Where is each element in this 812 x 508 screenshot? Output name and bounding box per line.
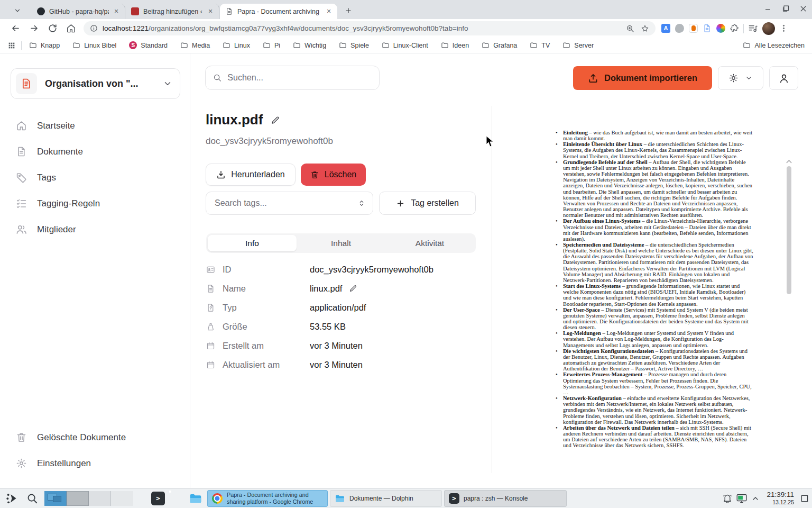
tab-inhalt[interactable]: Inhalt: [297, 235, 385, 251]
sidebar-item[interactable]: Gelöschte Dokumente: [16, 424, 181, 450]
virtual-desktop-pager: [44, 491, 133, 506]
page-extension-icon[interactable]: [703, 24, 712, 33]
tab-search-icon[interactable]: [12, 5, 23, 16]
desktop-3[interactable]: [89, 491, 111, 506]
user-menu-button[interactable]: [769, 66, 798, 90]
bookmark-folder[interactable]: Linux: [223, 41, 250, 49]
folder-icon: [29, 41, 37, 49]
bookmark-folder[interactable]: Knapp: [29, 41, 60, 49]
site-info-icon[interactable]: [90, 24, 98, 32]
clock[interactable]: 21:39:11 13.12.25: [759, 490, 794, 505]
url-text: localhost:1221/organizations/org_bwfqsti…: [103, 24, 620, 32]
bookmark-folder[interactable]: Grafana: [482, 41, 517, 49]
import-document-button[interactable]: Dokument importieren: [573, 66, 712, 90]
browser-profile-avatar[interactable]: [762, 22, 775, 35]
edit-title-icon[interactable]: [271, 115, 280, 125]
sidebar-item[interactable]: Tags: [16, 165, 181, 190]
field-label: Typ: [223, 303, 237, 313]
tab-close-icon[interactable]: ×: [112, 7, 121, 16]
create-tag-button[interactable]: Tag erstellen: [379, 192, 476, 215]
all-bookmarks-button[interactable]: Alle Lesezeichen: [743, 41, 805, 49]
global-search[interactable]: [205, 66, 380, 90]
organization-icon-bg: [16, 73, 37, 94]
bookmark-folder[interactable]: TV: [530, 41, 550, 49]
delete-button[interactable]: Löschen: [301, 164, 366, 186]
sidebar-item[interactable]: Startseite: [16, 113, 181, 139]
download-button[interactable]: Herunterladen: [206, 164, 296, 186]
bookmark-folder[interactable]: Server: [562, 41, 594, 49]
tab-aktivitaet[interactable]: Aktivität: [385, 235, 474, 251]
sidebar-item[interactable]: Tagging-Regeln: [16, 190, 181, 216]
home-icon[interactable]: [66, 23, 76, 33]
field-value: vor 3 Minuten: [310, 341, 363, 351]
taskbar-search-icon[interactable]: [25, 492, 39, 505]
bookmark-folder[interactable]: Wichtig: [293, 41, 326, 49]
sidebar-item-label: Mitglieder: [37, 224, 76, 235]
theme-toggle-button[interactable]: [718, 66, 763, 90]
desktop-2[interactable]: [67, 491, 89, 506]
bookmark-label: Wichtig: [304, 42, 326, 49]
scrollbar-up-icon[interactable]: [786, 159, 792, 164]
tag-search-select[interactable]: [206, 192, 373, 215]
dolphin-launcher-icon[interactable]: [189, 492, 202, 505]
preview-scrollbar[interactable]: [787, 166, 791, 294]
orange-extension-icon[interactable]: [689, 24, 698, 33]
gray-extension-icon[interactable]: [675, 24, 684, 33]
tray-expand-icon[interactable]: [751, 494, 760, 503]
bookmark-folder[interactable]: Linux-Client: [382, 41, 428, 49]
sidebar-item[interactable]: Einstellungen: [16, 450, 181, 476]
tab-close-icon[interactable]: ×: [206, 7, 215, 16]
sidebar-item[interactable]: Mitglieder: [16, 216, 181, 242]
notifications-bell-icon[interactable]: [722, 493, 733, 504]
edit-name-icon[interactable]: [349, 284, 357, 293]
address-bar[interactable]: localhost:1221/organizations/org_bwfqsti…: [84, 21, 656, 35]
close-icon[interactable]: [799, 4, 808, 13]
bookmark-folder[interactable]: Linux Bibel: [72, 41, 116, 49]
restore-icon[interactable]: [781, 4, 790, 13]
field-value: application/pdf: [310, 303, 366, 313]
konsole-launcher-icon[interactable]: >: [151, 492, 165, 505]
bookmark-folder[interactable]: Media: [180, 41, 210, 49]
translate-extension-icon[interactable]: A: [661, 24, 670, 33]
zoom-page-icon[interactable]: [626, 24, 634, 33]
tag-search-input[interactable]: [215, 198, 357, 208]
display-tray-icon[interactable]: [736, 493, 748, 504]
tab-close-icon[interactable]: ×: [325, 7, 333, 16]
sidebar-item-label: Startseite: [37, 121, 75, 131]
bookmark-folder[interactable]: Spiele: [339, 41, 369, 49]
extensions-puzzle-icon[interactable]: [730, 24, 739, 33]
taskbar-window-konsole[interactable]: > papra : zsh — Konsole: [444, 490, 567, 507]
bookmark-folder[interactable]: Pi: [263, 41, 280, 49]
taskbar-window-dolphin[interactable]: Dokumente — Dolphin: [330, 490, 442, 507]
bookmark-folder[interactable]: Ideen: [441, 41, 469, 49]
show-desktop-icon[interactable]: [800, 494, 809, 503]
back-icon[interactable]: [11, 23, 21, 33]
konsole-icon: >: [449, 493, 459, 504]
app-launcher-icon[interactable]: [5, 492, 19, 505]
minimize-icon[interactable]: [764, 4, 773, 13]
apps-grid-icon[interactable]: [7, 41, 16, 50]
browser-tab-github[interactable]: GitHub - papra-hq/papra: T ×: [32, 4, 125, 19]
document-tabs: Info Inhalt Aktivität: [206, 233, 476, 253]
forward-icon[interactable]: [29, 23, 39, 33]
browser-tab-papra-active[interactable]: Papra - Document archiving ×: [220, 4, 337, 19]
document-info-fields: ID doc_ysv3cjryyk5romyewohoft0b Name lin…: [206, 260, 476, 374]
tab-info[interactable]: Info: [208, 235, 297, 251]
document-favicon: [225, 7, 233, 15]
new-tab-icon[interactable]: [343, 5, 354, 16]
organization-selector[interactable]: Organisation von "...: [11, 68, 180, 99]
search-input[interactable]: [227, 73, 372, 83]
desktop-1-active[interactable]: [44, 491, 67, 506]
color-wheel-extension-icon[interactable]: [716, 24, 725, 33]
pdf-bullet: Einleitung – wie das Buch aufgebaut ist,…: [554, 130, 753, 141]
bookmark-star-icon[interactable]: [641, 24, 649, 33]
bookmark-folder[interactable]: S Standard: [129, 41, 168, 49]
sidebar-item[interactable]: Dokumente: [16, 139, 181, 165]
browser-tab-beitrag[interactable]: Beitrag hinzufügen ‹ Linux ×: [126, 4, 219, 19]
taskbar-window-chrome-active[interactable]: Papra - Document archiving and sharing p…: [207, 490, 328, 507]
browser-menu-icon[interactable]: [779, 24, 788, 33]
reading-list-icon[interactable]: [748, 23, 758, 33]
reload-icon[interactable]: [48, 23, 58, 33]
desktop-4[interactable]: [111, 491, 133, 506]
organization-doc-icon: [21, 78, 32, 89]
